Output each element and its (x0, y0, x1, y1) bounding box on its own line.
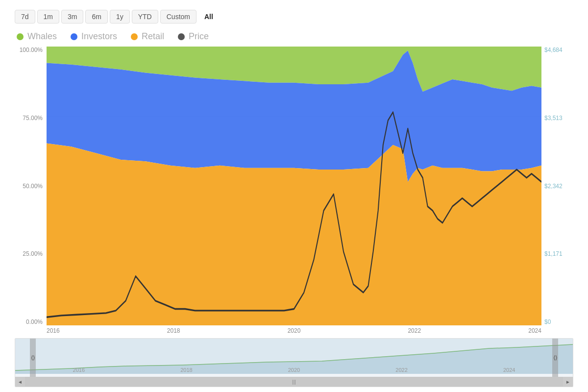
chart-legend: Whales Investors Retail Price (15, 31, 573, 42)
main-container: 7d 1m 3m 6m 1y YTD Custom All Whales Inv… (0, 0, 588, 392)
y-label-75: 75.00% (15, 115, 43, 122)
scrollbar-thumb-area: ||| (25, 377, 563, 387)
filter-6m[interactable]: 6m (85, 10, 107, 24)
scrollbar-right-btn[interactable]: ► (563, 377, 573, 387)
price-label: Price (189, 31, 209, 42)
y-label-50: 50.00% (15, 183, 43, 190)
retail-dot (131, 33, 138, 40)
x-axis-labels: 2016 2018 2020 2022 2024 (47, 325, 541, 334)
filter-1y[interactable]: 1y (110, 10, 130, 24)
y-label-0: 0.00% (15, 318, 43, 325)
filter-custom[interactable]: Custom (160, 10, 196, 24)
filter-all[interactable]: All (198, 10, 219, 23)
retail-label: Retail (142, 31, 164, 42)
filter-7d[interactable]: 7d (15, 10, 35, 24)
scrollbar-track: ◄ ||| ► (15, 377, 573, 387)
nav-x-2016: 2016 (73, 367, 85, 373)
x-label-2016: 2016 (47, 327, 60, 334)
filter-ytd[interactable]: YTD (132, 10, 158, 24)
y-label-25: 25.00% (15, 250, 43, 257)
scrollbar-left-btn[interactable]: ◄ (15, 377, 25, 387)
y-price-2342: $2,342 (544, 183, 573, 190)
nav-x-2024: 2024 (503, 367, 515, 373)
main-chart-svg (47, 47, 541, 325)
nav-x-2020: 2020 (288, 367, 300, 373)
y-price-3513: $3,513 (544, 115, 573, 122)
chart-wrapper: 100.00% 75.00% 50.00% 25.00% 0.00% (15, 47, 573, 387)
navigator-inner: ⟨⟩ ⟨⟩ 2016 2018 2020 2022 2024 ◄ (15, 339, 573, 387)
scrollbar-thumb[interactable]: ||| (25, 377, 563, 387)
x-label-2022: 2022 (408, 327, 421, 334)
investors-label: Investors (81, 31, 117, 42)
y-axis-left: 100.00% 75.00% 50.00% 25.00% 0.00% (15, 47, 47, 325)
filter-1m[interactable]: 1m (37, 10, 59, 24)
y-price-4684: $4,684 (544, 47, 573, 53)
legend-price[interactable]: Price (178, 31, 209, 42)
x-label-2018: 2018 (167, 327, 180, 334)
navigator[interactable]: ⟨⟩ ⟨⟩ 2016 2018 2020 2022 2024 ◄ (15, 338, 573, 387)
y-price-1171: $1,171 (544, 250, 573, 257)
y-label-100: 100.00% (15, 47, 43, 53)
nav-x-2018: 2018 (180, 367, 192, 373)
legend-retail[interactable]: Retail (131, 31, 164, 42)
retail-area (47, 143, 541, 325)
price-dot (178, 33, 185, 40)
scrollbar-grip: ||| (291, 379, 297, 385)
main-chart-area: 100.00% 75.00% 50.00% 25.00% 0.00% (15, 47, 573, 325)
x-label-2024: 2024 (528, 327, 541, 334)
time-filter-bar: 7d 1m 3m 6m 1y YTD Custom All (15, 10, 573, 24)
x-label-2020: 2020 (288, 327, 301, 334)
y-axis-right: $4,684 $3,513 $2,342 $1,171 $0 (541, 47, 573, 325)
nav-x-2022: 2022 (395, 367, 407, 373)
whales-label: Whales (27, 31, 57, 42)
y-price-0: $0 (544, 318, 573, 325)
filter-3m[interactable]: 3m (61, 10, 83, 24)
whales-dot (17, 33, 24, 40)
legend-whales[interactable]: Whales (17, 31, 57, 42)
nav-x-labels: 2016 2018 2020 2022 2024 (15, 367, 573, 373)
chart-svg-container (47, 47, 541, 325)
legend-investors[interactable]: Investors (71, 31, 117, 42)
investors-dot (71, 33, 77, 40)
